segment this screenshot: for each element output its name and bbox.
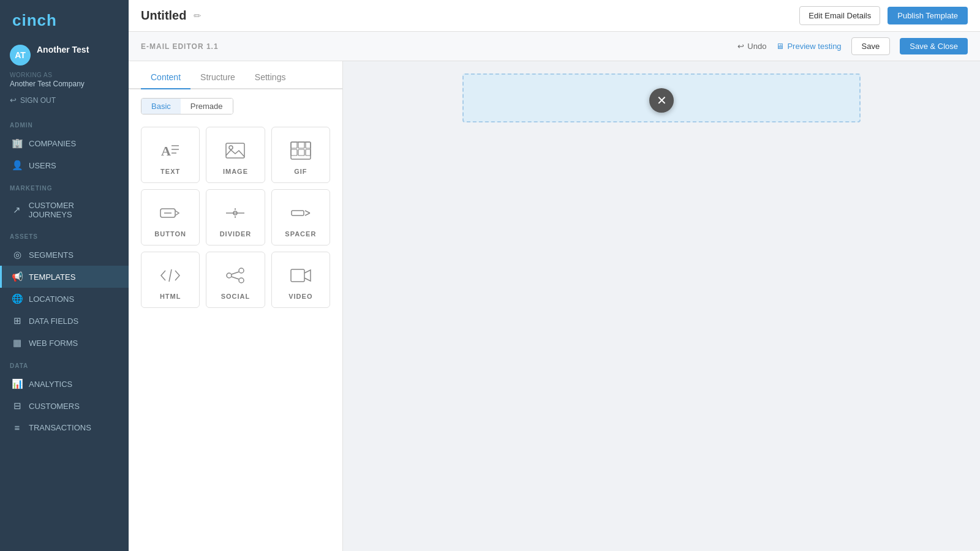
image-item-label: IMAGE: [223, 168, 248, 175]
html-item-label: HTML: [160, 293, 181, 300]
svg-rect-11: [298, 149, 304, 156]
working-as-label: WORKING AS: [0, 72, 129, 80]
button-icon: [159, 202, 181, 224]
svg-point-5: [229, 146, 233, 149]
svg-rect-19: [292, 211, 304, 216]
sidebar-item-users[interactable]: 👤 USERS: [0, 154, 129, 176]
text-item-label: TEXT: [160, 168, 180, 175]
sidebar-item-label: DATA FIELDS: [29, 317, 78, 326]
avatar: AT: [10, 45, 31, 66]
spacer-icon: [290, 202, 312, 224]
tab-structure[interactable]: Structure: [190, 66, 245, 89]
segments-icon: ◎: [12, 249, 23, 260]
preview-label: Preview testing: [787, 42, 841, 51]
divider-item-label: DIVIDER: [220, 230, 252, 238]
content-item-divider[interactable]: DIVIDER: [206, 189, 265, 246]
sign-out-label: SIGN OUT: [20, 96, 56, 105]
video-item-label: VIDEO: [288, 293, 312, 300]
save-button[interactable]: Save: [851, 37, 891, 55]
sidebar-item-label: COMPANIES: [29, 139, 76, 148]
sidebar-item-locations[interactable]: 🌐 LOCATIONS: [0, 288, 129, 310]
tab-content[interactable]: Content: [141, 66, 190, 89]
svg-point-24: [227, 273, 232, 278]
web-forms-icon: ▦: [12, 337, 23, 348]
page-title: Untitled: [141, 9, 186, 23]
sidebar-item-label: WEB FORMS: [29, 339, 78, 348]
svg-rect-9: [306, 142, 311, 148]
svg-point-25: [239, 278, 244, 283]
sidebar-item-data-fields[interactable]: ⊞ DATA FIELDS: [0, 310, 129, 332]
monitor-icon: 🖥: [776, 42, 784, 51]
svg-line-20: [305, 211, 310, 213]
user-profile: AT Another Test: [0, 39, 129, 72]
sidebar-item-label: TEMPLATES: [29, 272, 75, 282]
sidebar-item-label: LOCATIONS: [29, 294, 74, 304]
content-item-image[interactable]: IMAGE: [206, 127, 265, 183]
sign-out-button[interactable]: ↩ SIGN OUT: [0, 92, 129, 113]
users-icon: 👤: [12, 160, 23, 171]
spacer-item-label: SPACER: [285, 230, 316, 238]
button-item-label: BUTTON: [154, 230, 186, 238]
journeys-icon: ↗: [12, 204, 23, 216]
transactions-icon: ≡: [12, 422, 23, 433]
templates-icon: 📢: [12, 271, 23, 282]
user-name: Another Test: [37, 45, 89, 54]
social-item-label: SOCIAL: [221, 293, 251, 300]
preview-button[interactable]: 🖥 Preview testing: [776, 42, 841, 51]
sidebar-item-templates[interactable]: 📢 TEMPLATES: [0, 266, 129, 288]
text-icon: A: [159, 140, 181, 162]
svg-rect-8: [298, 142, 304, 148]
sidebar-item-transactions[interactable]: ≡ TRANSACTIONS: [0, 417, 129, 438]
section-data-label: Data: [0, 354, 129, 373]
sidebar-item-segments[interactable]: ◎ SEGMENTS: [0, 244, 129, 266]
sidebar-item-analytics[interactable]: 📊 ANALYTICS: [0, 373, 129, 395]
content-item-html[interactable]: HTML: [141, 252, 200, 308]
content-item-button[interactable]: BUTTON: [141, 189, 200, 246]
sidebar-item-web-forms[interactable]: ▦ WEB FORMS: [0, 332, 129, 354]
sidebar-item-companies[interactable]: 🏢 COMPANIES: [0, 132, 129, 154]
content-item-gif[interactable]: GIF: [271, 127, 330, 183]
toggle-premade[interactable]: Premade: [181, 99, 233, 114]
gif-item-label: GIF: [294, 168, 307, 175]
publish-template-button[interactable]: Publish Template: [888, 7, 968, 24]
topbar: Untitled ✏ Edit Email Details Publish Te…: [129, 0, 980, 32]
content-item-text[interactable]: A TEXT: [141, 127, 200, 183]
locations-icon: 🌐: [12, 293, 23, 304]
svg-rect-28: [291, 269, 304, 282]
analytics-icon: 📊: [12, 378, 23, 389]
edit-title-icon[interactable]: ✏: [194, 10, 202, 21]
content-item-spacer[interactable]: SPACER: [271, 189, 330, 246]
gif-icon: [290, 140, 312, 162]
toggle-basic[interactable]: Basic: [141, 99, 181, 114]
svg-rect-4: [226, 143, 244, 158]
svg-line-26: [232, 272, 239, 274]
sidebar: cinch AT Another Test WORKING AS Another…: [0, 0, 129, 551]
sidebar-item-customer-journeys[interactable]: ↗ CUSTOMER JOURNEYS: [0, 195, 129, 225]
section-assets-label: Assets: [0, 225, 129, 244]
editor-body: Content Structure Settings Basic Premade: [129, 61, 980, 551]
close-overlay: ✕: [649, 88, 674, 113]
sidebar-item-label: SEGMENTS: [29, 250, 74, 260]
sidebar-item-label: USERS: [29, 161, 56, 170]
section-marketing-label: Marketing: [0, 176, 129, 195]
undo-icon: ↩: [737, 42, 744, 51]
companies-icon: 🏢: [12, 138, 23, 149]
video-icon: [290, 264, 312, 287]
svg-line-27: [232, 277, 239, 279]
save-close-button[interactable]: Save & Close: [900, 38, 968, 54]
close-button[interactable]: ✕: [649, 88, 674, 113]
editor-label: E-MAIL EDITOR 1.1: [141, 42, 219, 51]
sidebar-item-customers[interactable]: ⊟ CUSTOMERS: [0, 395, 129, 417]
sidebar-item-label: CUSTOMER JOURNEYS: [29, 201, 119, 219]
sidebar-item-label: CUSTOMERS: [29, 402, 80, 411]
undo-button[interactable]: ↩ Undo: [737, 42, 766, 51]
panel-tabs: Content Structure Settings: [129, 66, 342, 89]
html-icon: [159, 264, 181, 287]
content-item-social[interactable]: SOCIAL: [206, 252, 265, 308]
content-item-video[interactable]: VIDEO: [271, 252, 330, 308]
tab-settings[interactable]: Settings: [245, 66, 296, 89]
svg-rect-12: [306, 149, 311, 156]
svg-text:A: A: [161, 143, 171, 159]
undo-label: Undo: [747, 42, 766, 51]
edit-email-button[interactable]: Edit Email Details: [799, 6, 880, 25]
